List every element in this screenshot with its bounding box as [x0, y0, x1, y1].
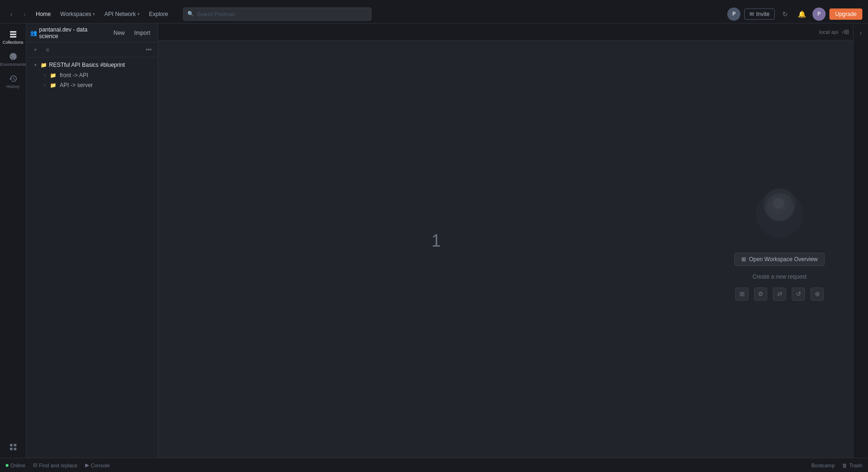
- user-avatar-small[interactable]: P: [727, 8, 740, 21]
- workspace-overview-label: Open Workspace Overview: [749, 256, 818, 263]
- nav-bar: ‹ › Home Workspaces ▾ API Network ▾ Expl…: [0, 5, 868, 24]
- history-label: History: [6, 84, 19, 89]
- invite-icon: ✉: [749, 11, 754, 17]
- folder-icon-server: 📁: [50, 82, 56, 88]
- apps-icon: [9, 443, 17, 451]
- bootcamp-label: Bootcamp: [812, 463, 835, 468]
- collections-icon: [9, 30, 17, 39]
- nav-workspaces[interactable]: Workspaces ▾: [56, 9, 99, 19]
- nav-home[interactable]: Home: [32, 9, 55, 19]
- search-placeholder: Search Postman: [197, 11, 235, 17]
- create-request-label: Create a new request: [753, 273, 807, 280]
- nav-forward-button[interactable]: ›: [19, 8, 30, 20]
- icon-sidebar: Collections Environments History: [0, 24, 26, 458]
- collection-expand-icon[interactable]: ▾: [32, 62, 39, 68]
- request-icons-row: ⊞ ⚙ ⇄ ↺ ⊕: [735, 288, 824, 301]
- workspace-overview: ⊞ Open Workspace Overview Create a new r…: [734, 181, 825, 301]
- console-icon: ▶: [85, 462, 89, 468]
- find-replace-icon: ⊟: [33, 462, 37, 468]
- ghost-circle-core: [773, 198, 784, 209]
- notification-button[interactable]: 🔔: [796, 8, 809, 21]
- status-bar: Online ⊟ Find and replace ▶ Console Boot…: [0, 458, 868, 472]
- nav-explore[interactable]: Explore: [145, 9, 172, 19]
- console-button[interactable]: ▶ Console: [85, 462, 110, 468]
- nav-api-network[interactable]: API Network ▾: [101, 9, 144, 19]
- folder-name-front-api: front -> API: [60, 72, 88, 79]
- collections-label: Collections: [2, 40, 23, 45]
- workspace-ghost-illustration: [751, 181, 808, 247]
- collection-item-restful[interactable]: ▾ 📁 RESTful API Basics #blueprint: [28, 60, 156, 70]
- folder-icon-front: 📁: [50, 72, 56, 79]
- collections-list: ▾ 📁 RESTful API Basics #blueprint › 📁 fr…: [26, 57, 158, 458]
- trash-label: Trash: [849, 463, 862, 468]
- sidebar-item-apps[interactable]: [3, 440, 24, 454]
- folder-name-api-server: API -> server: [60, 82, 93, 88]
- svg-rect-2: [10, 36, 16, 38]
- collections-toolbar: + ≡ •••: [26, 42, 158, 57]
- workspace-name: pantanal.dev - data science: [39, 26, 108, 40]
- folder-item-front-api[interactable]: › 📁 front -> API: [28, 71, 156, 80]
- folder-item-api-server[interactable]: › 📁 API -> server: [28, 80, 156, 90]
- search-bar[interactable]: 🔍 Search Postman: [183, 8, 371, 21]
- expand-panel-button[interactable]: ⊞: [844, 28, 849, 35]
- sidebar-item-collections[interactable]: Collections: [3, 27, 24, 48]
- nav-back-button[interactable]: ‹: [6, 8, 17, 20]
- upgrade-button[interactable]: Upgrade: [829, 8, 862, 20]
- right-panel: ›: [853, 24, 868, 458]
- svg-rect-4: [10, 444, 12, 446]
- user-avatar[interactable]: P: [812, 8, 826, 21]
- online-label: Online: [10, 463, 25, 468]
- collections-panel: 👥 pantanal.dev - data science New Import…: [26, 24, 158, 458]
- environments-label: Environments: [0, 62, 26, 67]
- new-collection-button[interactable]: New: [110, 28, 129, 38]
- right-panel-close-button[interactable]: ›: [855, 27, 867, 39]
- api-network-chevron-icon: ▾: [137, 12, 140, 16]
- history-icon: [9, 74, 17, 83]
- trash-icon: 🗑: [842, 463, 847, 468]
- main-layout: Collections Environments History: [0, 24, 868, 458]
- add-collection-button[interactable]: +: [30, 45, 40, 55]
- center-number: 1: [431, 231, 441, 251]
- environments-icon: [9, 52, 17, 61]
- collection-title: RESTful API Basics #blueprint: [49, 62, 152, 68]
- folder-expand-icon-server[interactable]: ›: [41, 82, 48, 88]
- request-icon-gear[interactable]: ⚙: [754, 288, 767, 301]
- online-status[interactable]: Online: [6, 463, 25, 468]
- request-icon-transfer[interactable]: ⇄: [773, 288, 786, 301]
- sidebar-item-history[interactable]: History: [3, 72, 24, 92]
- main-content: local api ‹ ⊞ 1 ⊞ Open Workspace Overvie…: [158, 24, 853, 458]
- collection-folder-icon: 📁: [40, 62, 47, 68]
- find-replace-label: Find and replace: [39, 463, 78, 468]
- workspace-overview-icon: ⊞: [741, 256, 746, 263]
- svg-rect-6: [10, 448, 12, 450]
- more-options-button[interactable]: •••: [144, 45, 154, 55]
- import-button[interactable]: Import: [130, 28, 154, 38]
- invite-button[interactable]: ✉ Invite: [744, 8, 775, 20]
- svg-rect-7: [14, 448, 16, 450]
- online-dot: [6, 464, 8, 467]
- collections-header: 👥 pantanal.dev - data science New Import: [26, 24, 158, 42]
- nav-right: P ✉ Invite ↻ 🔔 P Upgrade: [727, 8, 862, 21]
- console-label: Console: [91, 463, 110, 468]
- trash-button[interactable]: 🗑 Trash: [842, 463, 862, 468]
- svg-rect-5: [14, 444, 16, 446]
- workspaces-chevron-icon: ▾: [93, 12, 95, 16]
- svg-rect-1: [10, 34, 16, 35]
- search-icon: 🔍: [187, 11, 194, 17]
- bootcamp-button[interactable]: Bootcamp: [812, 463, 835, 468]
- title-bar: [0, 0, 868, 5]
- sidebar-item-environments[interactable]: Environments: [3, 49, 24, 70]
- folder-expand-icon[interactable]: ›: [41, 72, 48, 79]
- find-replace-button[interactable]: ⊟ Find and replace: [33, 462, 78, 468]
- local-api-label: local api: [819, 29, 838, 35]
- open-workspace-overview-button[interactable]: ⊞ Open Workspace Overview: [734, 253, 825, 266]
- request-icon-grid[interactable]: ⊞: [735, 288, 748, 301]
- sync-icon-button[interactable]: ↻: [779, 8, 792, 21]
- request-icon-refresh[interactable]: ↺: [792, 288, 805, 301]
- request-icon-add[interactable]: ⊕: [811, 288, 824, 301]
- status-right: Bootcamp 🗑 Trash: [812, 463, 862, 468]
- list-view-button[interactable]: ≡: [42, 45, 53, 55]
- workspace-icon: 👥: [30, 30, 37, 36]
- svg-rect-0: [10, 31, 16, 32]
